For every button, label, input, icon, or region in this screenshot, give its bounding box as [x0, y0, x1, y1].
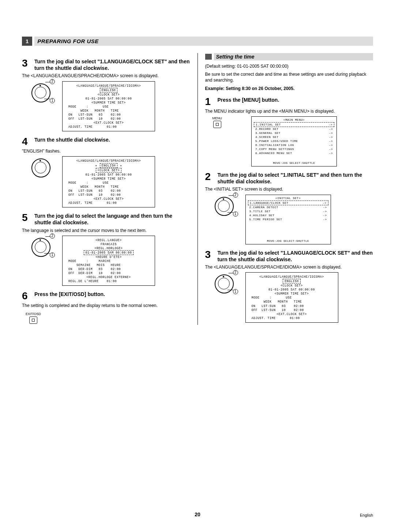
osd-mode: MODE : MARCHE	[65, 259, 153, 263]
intro-note: Be sure to set the correct date and time…	[205, 71, 373, 83]
callout-2: 2	[50, 79, 55, 84]
callout-2: 2	[233, 270, 238, 275]
step-body: The <INITIAL SET> screen is displayed.	[205, 186, 373, 192]
osd-title: <LANGUAGE/LANGUE/SPRACHE/IDIOMA>	[65, 84, 153, 88]
step-number: 2	[205, 172, 213, 182]
step-number: 5	[22, 213, 30, 223]
subheading-text: Setting the time	[214, 53, 373, 60]
step-body: The <LANGUAGE/LANGUE/SPRACHE/IDIOMA> scr…	[205, 264, 373, 270]
osd-screen: <REGL.LANGUE> FRANCAIS <REGL.HORLOGE> 01…	[62, 236, 155, 286]
step-body: The <LANGUAGE/LANGUE/SPRACHE/IDIOMA> scr…	[22, 73, 190, 79]
osd-adj: REGL.DE L'HEURE 01:00	[65, 279, 153, 283]
osd-adj: ADJUST. TIME 01:00	[65, 201, 153, 205]
osd-clock-set: <CLOCK SET>	[248, 284, 336, 288]
button-label: EXIT/OSD	[26, 312, 41, 316]
menu-item: 4.HOLIDAY SET->	[248, 213, 328, 217]
initial-set-screen: <INITIAL SET> 1.LANGUAGE/CLOCK SET-> 2.C…	[245, 195, 331, 244]
osd-date: 01-01-2005 SAT 00:00:00	[248, 288, 336, 292]
figure-row: 2 1 <REGL.LANGUE> FRANCAIS <REGL.HORLOGE…	[29, 236, 190, 286]
step-title: Turn the jog dial to select "1.LANGUAGE/…	[34, 58, 190, 71]
left-step-4: 4 Turn the shuttle dial clockwise.	[22, 136, 190, 147]
step-title: Turn the jog dial to select "1.LANGUAGE/…	[218, 250, 373, 263]
step-number: 3	[22, 58, 30, 68]
step-number: 6	[22, 291, 30, 301]
menu-hint: MOVE:JOG SELECT:SHUTTLE	[254, 162, 334, 165]
osd-mode: MODE : USE	[248, 296, 336, 300]
menu-item: 3.GENERAL SET->	[254, 131, 334, 135]
section-number: 1	[22, 37, 32, 46]
menu-item-selected: 1.LANGUAGE/CLOCK SET->	[248, 201, 328, 205]
menu-item: 2.CAMERA DETECT->	[248, 205, 328, 209]
manual-page: 1 PREPARING FOR USE OPERATION 3 Turn the…	[0, 0, 395, 532]
osd-on: ON LST-SUN 03 02:00	[248, 304, 336, 308]
osd-hdr: WEEK MONTH TIME	[65, 109, 153, 113]
exit-osd-button-icon: EXIT/OSD	[26, 312, 41, 324]
menu-item: 2.RECORD SET->	[254, 127, 334, 131]
osd-on: ON DER-DIM 03 02:00	[65, 267, 153, 271]
step-number: 3	[205, 250, 213, 260]
osd-adj: ADJUST. TIME 01:00	[65, 125, 153, 129]
menu-title: <MAIN MENU>	[254, 118, 334, 121]
menu-item-selected: 1.INITIAL SET->	[254, 122, 334, 127]
subheading-block-icon	[205, 54, 212, 60]
osd-on: ON LST-SUN 03 02:00	[65, 189, 153, 193]
callout-1: 1	[50, 98, 55, 103]
osd-clock-set: <CLOCK SET>	[96, 168, 122, 173]
figure-row: 2 1 <LANGUAGE/LANGUE/SPRACHE/IDIOMA> ENG…	[212, 272, 373, 323]
right-step-1: 1 Press the [MENU] button.	[205, 97, 373, 107]
left-step-5: 5 Turn the jog dial to select the langua…	[22, 213, 190, 226]
step-number: 1	[205, 97, 213, 107]
osd-date-selected: 01-01-2005 SAM 00:00:00	[84, 250, 134, 255]
osd-ext: <EXT.CLOCK SET>	[65, 197, 153, 201]
osd-ext: <EXT.CLOCK SET>	[248, 312, 336, 316]
osd-on: ON LST-SUN 03 02:00	[65, 113, 153, 117]
left-step-6: 6 Press the [EXIT/OSD] button.	[22, 291, 190, 301]
step-title: Press the [EXIT/OSD] button.	[34, 291, 105, 297]
menu-title: <INITIAL SET>	[248, 196, 328, 200]
callout-2: 2	[50, 233, 55, 239]
callout-2: 2	[233, 192, 238, 198]
step-title: Press the [MENU] button.	[218, 97, 279, 103]
section-header: 1 PREPARING FOR USE	[22, 37, 373, 46]
osd-summer: <SUMMER TIME SET>	[65, 177, 153, 181]
step-body: The setting is completed and the display…	[22, 303, 190, 308]
step-title: Turn the jog dial to select the language…	[34, 213, 190, 226]
osd-ext: <EXT.CLOCK SET>	[65, 121, 153, 125]
osd-language-selected: ENGLISH	[100, 163, 118, 168]
callout-1: 1	[50, 252, 55, 258]
osd-date: 01-01-2005 SAT 00:00:00	[65, 97, 153, 101]
osd-hdr: WEEK MONTH TIME	[65, 185, 153, 189]
main-menu-screen: <MAIN MENU> 1.INITIAL SET-> 2.RECORD SET…	[251, 116, 337, 166]
osd-summer: <SUMMER TIME SET>	[248, 292, 336, 296]
jog-shuttle-dial-icon: 2 1	[29, 236, 55, 258]
osd-adj: ADJUST. TIME 01:00	[248, 316, 336, 320]
callout-1: 1	[233, 289, 238, 294]
step-body: The language is selected and the cursor …	[22, 228, 190, 233]
osd-ext: <REGL.HORLOGE EXTERNE>	[65, 275, 153, 279]
osd-clock-set: <REGL.HORLOGE>	[65, 246, 153, 250]
osd-off: OFF LST-SUN 10 02:00	[65, 193, 153, 197]
two-column-layout: 3 Turn the jog dial to select "1.LANGUAG…	[22, 53, 373, 325]
figure-row: 2 1 <LANGUAGE/LANGUE/SPRACHE/IDIOMA> ENG…	[29, 81, 190, 132]
menu-item: 6.INITIALIZATION LOG->	[254, 143, 334, 147]
osd-title: <REGL.LANGUE>	[65, 238, 153, 242]
osd-off: OFF DER-DIM 10 02:00	[65, 271, 153, 275]
osd-screen: <LANGUAGE/LANGUE/SPRACHE/IDIOMA> ◂ ENGLI…	[62, 156, 155, 207]
right-step-2: 2 Turn the jog dial to select "1.INITIAL…	[205, 172, 373, 185]
osd-date: 01-01-2005 SAT 00:00:00	[65, 173, 153, 177]
intro-default: (Default setting: 01-01-2005 SAT 00:00:0…	[205, 63, 373, 69]
step-body: "ENGLISH" flashes.	[22, 148, 190, 154]
osd-title: <LANGUAGE/LANGUE/SPRACHE/IDIOMA>	[248, 275, 336, 279]
left-step-3: 3 Turn the jog dial to select "1.LANGUAG…	[22, 58, 190, 71]
menu-item: 8.ADVANCED MENU SET->	[254, 151, 334, 155]
jog-shuttle-dial-icon: 2 1	[29, 81, 55, 103]
button-label: MENU	[212, 116, 222, 120]
shuttle-dial-icon	[29, 156, 55, 178]
menu-item: 4.SCREEN SET->	[254, 135, 334, 139]
osd-off: OFF LST-SUN 10 02:00	[65, 117, 153, 121]
osd-hdr: WEEK MONTH TIME	[248, 300, 336, 304]
osd-screen: <LANGUAGE/LANGUE/SPRACHE/IDIOMA> ENGLISH…	[245, 272, 338, 323]
osd-language: FRANCAIS	[65, 242, 153, 246]
left-column: 3 Turn the jog dial to select "1.LANGUAG…	[22, 53, 198, 325]
example-heading: Example: Setting 8:30 on 26 October, 200…	[205, 86, 373, 91]
